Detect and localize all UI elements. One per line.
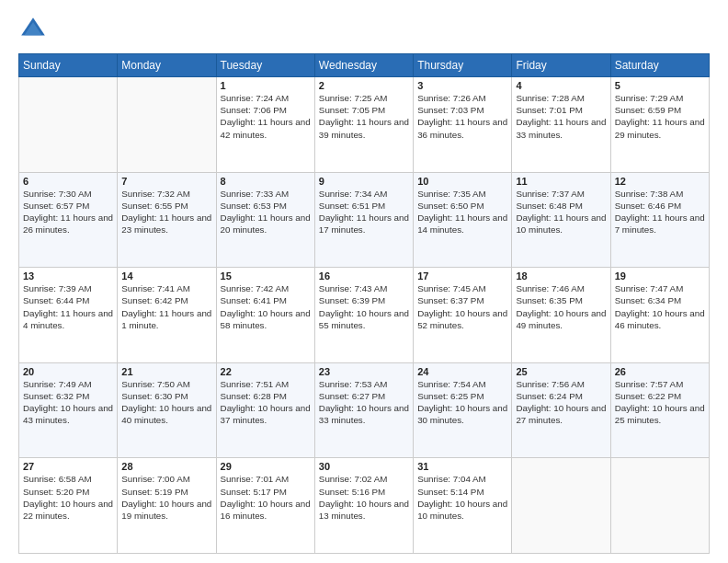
calendar-cell: 29Sunrise: 7:01 AM Sunset: 5:17 PM Dayli…: [216, 458, 314, 554]
calendar-cell: 31Sunrise: 7:04 AM Sunset: 5:14 PM Dayli…: [414, 458, 512, 554]
day-number: 4: [516, 80, 606, 91]
calendar-cell: 17Sunrise: 7:45 AM Sunset: 6:37 PM Dayli…: [414, 268, 512, 363]
page: SundayMondayTuesdayWednesdayThursdayFrid…: [0, 0, 728, 563]
day-number: 27: [23, 461, 113, 472]
day-number: 20: [23, 366, 113, 377]
day-number: 16: [319, 270, 409, 282]
calendar-cell: [610, 458, 709, 554]
calendar-cell: 3Sunrise: 7:26 AM Sunset: 7:03 PM Daylig…: [414, 77, 512, 173]
calendar-cell: 26Sunrise: 7:57 AM Sunset: 6:22 PM Dayli…: [610, 362, 709, 458]
weekday-tuesday: Tuesday: [216, 54, 314, 77]
calendar-cell: 15Sunrise: 7:42 AM Sunset: 6:41 PM Dayli…: [216, 268, 314, 363]
day-info: Sunrise: 7:42 AM Sunset: 6:41 PM Dayligh…: [221, 282, 311, 331]
calendar-cell: 14Sunrise: 7:41 AM Sunset: 6:42 PM Dayli…: [118, 268, 216, 363]
day-info: Sunrise: 7:00 AM Sunset: 5:19 PM Dayligh…: [121, 473, 211, 522]
weekday-header-row: SundayMondayTuesdayWednesdayThursdayFrid…: [19, 54, 710, 77]
day-number: 3: [417, 80, 507, 91]
day-number: 22: [221, 366, 311, 377]
day-number: 15: [221, 270, 311, 282]
calendar-cell: 10Sunrise: 7:35 AM Sunset: 6:50 PM Dayli…: [414, 172, 512, 268]
calendar-cell: 20Sunrise: 7:49 AM Sunset: 6:32 PM Dayli…: [19, 362, 118, 458]
day-info: Sunrise: 7:54 AM Sunset: 6:25 PM Dayligh…: [417, 378, 507, 427]
day-info: Sunrise: 7:35 AM Sunset: 6:50 PM Dayligh…: [417, 188, 507, 236]
day-number: 10: [417, 176, 507, 187]
day-info: Sunrise: 7:32 AM Sunset: 6:55 PM Dayligh…: [121, 188, 211, 236]
day-number: 23: [319, 366, 409, 377]
day-number: 24: [417, 366, 507, 377]
calendar-cell: 16Sunrise: 7:43 AM Sunset: 6:39 PM Dayli…: [314, 268, 413, 363]
day-number: 26: [615, 366, 705, 377]
day-info: Sunrise: 7:47 AM Sunset: 6:34 PM Dayligh…: [615, 282, 705, 331]
weekday-thursday: Thursday: [414, 54, 512, 77]
day-number: 14: [121, 270, 211, 282]
calendar-cell: 21Sunrise: 7:50 AM Sunset: 6:30 PM Dayli…: [118, 362, 216, 458]
calendar-cell: [512, 458, 610, 554]
logo-icon: [18, 15, 48, 44]
week-row-5: 27Sunrise: 6:58 AM Sunset: 5:20 PM Dayli…: [19, 458, 710, 554]
day-number: 8: [221, 176, 311, 187]
day-number: 13: [23, 270, 113, 282]
calendar-table: SundayMondayTuesdayWednesdayThursdayFrid…: [18, 53, 710, 554]
calendar-cell: 27Sunrise: 6:58 AM Sunset: 5:20 PM Dayli…: [19, 458, 118, 554]
calendar-cell: 2Sunrise: 7:25 AM Sunset: 7:05 PM Daylig…: [314, 77, 413, 173]
day-info: Sunrise: 7:33 AM Sunset: 6:53 PM Dayligh…: [221, 188, 311, 236]
calendar-cell: 22Sunrise: 7:51 AM Sunset: 6:28 PM Dayli…: [216, 362, 314, 458]
day-number: 31: [417, 461, 507, 472]
day-info: Sunrise: 7:39 AM Sunset: 6:44 PM Dayligh…: [23, 282, 113, 331]
day-info: Sunrise: 7:29 AM Sunset: 6:59 PM Dayligh…: [615, 92, 705, 141]
calendar-cell: 24Sunrise: 7:54 AM Sunset: 6:25 PM Dayli…: [414, 362, 512, 458]
week-row-4: 20Sunrise: 7:49 AM Sunset: 6:32 PM Dayli…: [19, 362, 710, 458]
day-number: 1: [221, 80, 311, 91]
day-number: 18: [516, 270, 606, 282]
calendar-cell: 30Sunrise: 7:02 AM Sunset: 5:16 PM Dayli…: [314, 458, 413, 554]
calendar-cell: [118, 77, 216, 173]
weekday-saturday: Saturday: [610, 54, 709, 77]
day-number: 7: [121, 176, 211, 187]
calendar-cell: 11Sunrise: 7:37 AM Sunset: 6:48 PM Dayli…: [512, 172, 610, 268]
day-number: 2: [319, 80, 409, 91]
calendar-cell: 4Sunrise: 7:28 AM Sunset: 7:01 PM Daylig…: [512, 77, 610, 173]
weekday-wednesday: Wednesday: [314, 54, 413, 77]
day-number: 5: [615, 80, 705, 91]
calendar-cell: 28Sunrise: 7:00 AM Sunset: 5:19 PM Dayli…: [118, 458, 216, 554]
header: [18, 15, 710, 44]
day-info: Sunrise: 7:34 AM Sunset: 6:51 PM Dayligh…: [319, 188, 409, 236]
day-number: 6: [23, 176, 113, 187]
calendar-cell: [19, 77, 118, 173]
day-info: Sunrise: 7:28 AM Sunset: 7:01 PM Dayligh…: [516, 92, 606, 141]
day-number: 12: [615, 176, 705, 187]
calendar-cell: 1Sunrise: 7:24 AM Sunset: 7:06 PM Daylig…: [216, 77, 314, 173]
week-row-2: 6Sunrise: 7:30 AM Sunset: 6:57 PM Daylig…: [19, 172, 710, 268]
calendar-cell: 5Sunrise: 7:29 AM Sunset: 6:59 PM Daylig…: [610, 77, 709, 173]
day-info: Sunrise: 7:26 AM Sunset: 7:03 PM Dayligh…: [417, 92, 507, 141]
day-number: 25: [516, 366, 606, 377]
calendar-cell: 13Sunrise: 7:39 AM Sunset: 6:44 PM Dayli…: [19, 268, 118, 363]
calendar-cell: 8Sunrise: 7:33 AM Sunset: 6:53 PM Daylig…: [216, 172, 314, 268]
calendar-cell: 19Sunrise: 7:47 AM Sunset: 6:34 PM Dayli…: [610, 268, 709, 363]
day-info: Sunrise: 7:46 AM Sunset: 6:35 PM Dayligh…: [516, 282, 606, 331]
day-number: 30: [319, 461, 409, 472]
logo: [18, 15, 51, 44]
day-info: Sunrise: 7:02 AM Sunset: 5:16 PM Dayligh…: [319, 473, 409, 522]
calendar-cell: 12Sunrise: 7:38 AM Sunset: 6:46 PM Dayli…: [610, 172, 709, 268]
calendar-cell: 7Sunrise: 7:32 AM Sunset: 6:55 PM Daylig…: [118, 172, 216, 268]
day-info: Sunrise: 7:38 AM Sunset: 6:46 PM Dayligh…: [615, 188, 705, 236]
day-number: 11: [516, 176, 606, 187]
weekday-friday: Friday: [512, 54, 610, 77]
day-info: Sunrise: 7:51 AM Sunset: 6:28 PM Dayligh…: [221, 378, 311, 427]
weekday-sunday: Sunday: [19, 54, 118, 77]
day-number: 19: [615, 270, 705, 282]
day-info: Sunrise: 7:41 AM Sunset: 6:42 PM Dayligh…: [121, 282, 211, 331]
day-info: Sunrise: 6:58 AM Sunset: 5:20 PM Dayligh…: [23, 473, 113, 522]
day-info: Sunrise: 7:24 AM Sunset: 7:06 PM Dayligh…: [221, 92, 311, 141]
day-info: Sunrise: 7:37 AM Sunset: 6:48 PM Dayligh…: [516, 188, 606, 236]
calendar-cell: 6Sunrise: 7:30 AM Sunset: 6:57 PM Daylig…: [19, 172, 118, 268]
calendar-cell: 18Sunrise: 7:46 AM Sunset: 6:35 PM Dayli…: [512, 268, 610, 363]
week-row-1: 1Sunrise: 7:24 AM Sunset: 7:06 PM Daylig…: [19, 77, 710, 173]
day-info: Sunrise: 7:45 AM Sunset: 6:37 PM Dayligh…: [417, 282, 507, 331]
day-number: 29: [221, 461, 311, 472]
day-info: Sunrise: 7:04 AM Sunset: 5:14 PM Dayligh…: [417, 473, 507, 522]
weekday-monday: Monday: [118, 54, 216, 77]
calendar-cell: 9Sunrise: 7:34 AM Sunset: 6:51 PM Daylig…: [314, 172, 413, 268]
calendar-cell: 23Sunrise: 7:53 AM Sunset: 6:27 PM Dayli…: [314, 362, 413, 458]
